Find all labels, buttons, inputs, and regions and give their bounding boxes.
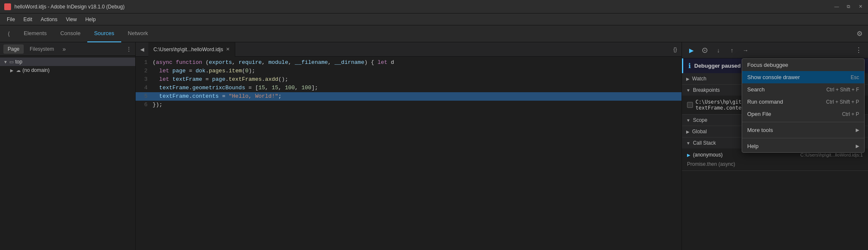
menu-edit[interactable]: Edit [20,15,36,24]
show-console-label: Show console drawer [747,74,800,80]
close-button[interactable]: ✕ [857,4,864,9]
code-file-tab[interactable]: C:\Users\hp\git...helloWord.idjs ✕ [148,42,235,57]
global-section-title: Global [692,129,707,135]
breakpoint-checkbox[interactable] [687,102,693,108]
callstack-async-label: Promise.then (async) [687,161,735,167]
menu-separator-2 [742,138,864,138]
debugger-toolbar: ▶ ↓ ↑ → ⋮ [682,42,868,58]
code-line-5: 5 textFrame.contents = "Hello, World!"; [136,92,682,101]
code-line-2: 2 let page = dok.pages.item(0); [136,67,682,75]
window-title: helloWord.idjs - Adobe InDesign v18.1.0 … [14,4,830,10]
callstack-active-icon: ▶ [687,153,690,157]
scope-section-title: Scope [693,117,707,123]
maximize-button[interactable]: ⧉ [845,4,852,9]
tab-elements[interactable]: Elements [17,25,53,42]
sources-left-panel: Page Filesystem » ⋮ ▼ ▭ top ▶ ☁ (no doma… [0,42,136,250]
menu-view[interactable]: View [62,15,80,24]
menu-help[interactable]: Help [82,15,99,24]
menu-item-search[interactable]: Search Ctrl + Shift + F [742,83,864,96]
sources-tab-actions-icon[interactable]: ⋮ [126,46,132,52]
code-editor[interactable]: 1 (async function (exports, require, mod… [136,57,682,250]
devtools-back-icon[interactable]: ⟨ [0,25,17,42]
tree-arrow-nodomain: ▶ [10,68,14,73]
context-dropdown-menu: Focus debuggee Show console drawer Esc S… [742,58,865,153]
breakpoints-section-title: Breakpoints [693,87,720,93]
menu-bar: File Edit Actions View Help [0,14,868,25]
tab-network[interactable]: Network [121,25,155,42]
menu-item-run-command[interactable]: Run command Ctrl + Shift + P [742,96,864,108]
menu-item-focus-debuggee[interactable]: Focus debuggee [742,59,864,71]
cloud-icon-nodomain: ☁ [16,68,21,73]
step-button[interactable]: → [740,44,751,56]
code-tabs: ◀ C:\Users\hp\git...helloWord.idjs ✕ {} [136,42,682,57]
watch-section-title: Watch [692,76,707,82]
format-icon[interactable]: {} [669,42,682,57]
minimize-button[interactable]: — [833,4,840,9]
menu-separator-1 [742,122,864,122]
search-label: Search [747,86,765,93]
close-tab-icon[interactable]: ✕ [226,47,230,52]
help-submenu-icon: ▶ [856,143,859,149]
main-content: Page Filesystem » ⋮ ▼ ▭ top ▶ ☁ (no doma… [0,42,868,250]
sources-subtabs: Page Filesystem » ⋮ [0,42,135,56]
tree-arrow-top: ▼ [3,60,8,64]
code-file-path: C:\Users\hp\git...helloWord.idjs [153,47,223,52]
step-out-button[interactable]: ↑ [726,44,738,56]
open-file-shortcut: Ctrl + P [842,111,859,117]
code-line-3: 3 let textFrame = page.textFrames.axdd()… [136,75,682,84]
more-tools-label: More tools [747,127,773,133]
code-line-1: 1 (async function (exports, require, mod… [136,58,682,67]
menu-item-show-console[interactable]: Show console drawer Esc [742,71,864,83]
callstack-section-title: Call Stack [693,140,716,146]
run-command-shortcut: Ctrl + Shift + P [826,99,859,105]
tree-item-top[interactable]: ▼ ▭ top [0,58,135,66]
sources-tab-page[interactable]: Page [3,44,24,54]
callstack-fn-name: (anonymous) [693,152,723,158]
title-bar: helloWord.idjs - Adobe InDesign v18.1.0 … [0,0,868,14]
app-icon [4,3,11,10]
code-tab-back-icon[interactable]: ◀ [136,42,148,57]
settings-icon[interactable]: ⚙ [851,25,868,42]
watch-arrow-icon: ▶ [686,77,690,81]
paused-message: Debugger paused [694,63,741,69]
tree-item-no-domain[interactable]: ▶ ☁ (no domain) [0,66,135,74]
step-into-button[interactable]: ↓ [712,44,724,56]
debugger-menu-button[interactable]: ⋮ [853,44,865,56]
callstack-file-ref: C:\Users\hp\git...lloWord.idjs:1 [800,152,863,157]
resume-button[interactable]: ▶ [685,44,697,56]
menu-actions[interactable]: Actions [37,15,61,24]
focus-debuggee-label: Focus debuggee [747,62,788,68]
scope-arrow-icon: ▼ [686,118,690,123]
callstack-arrow-icon: ▼ [686,141,690,146]
open-file-label: Open File [747,111,771,117]
help-label: Help [747,143,759,149]
search-shortcut: Ctrl + Shift + F [826,87,859,93]
show-console-shortcut: Esc [851,74,859,80]
callstack-item-async: Promise.then (async) [682,159,868,169]
more-tools-submenu-icon: ▶ [856,127,859,133]
run-command-label: Run command [747,99,783,105]
code-line-6: 6 }); [136,101,682,109]
tree-label-nodomain: (no domain) [22,67,50,73]
info-icon: ℹ [688,62,691,70]
menu-file[interactable]: File [3,15,18,24]
devtools-tabbar: ⟨ Elements Console Sources Network ⚙ [0,25,868,42]
folder-icon-top: ▭ [9,59,14,65]
tree-label-top: top [15,59,22,65]
breakpoints-arrow-icon: ▼ [686,88,690,93]
menu-item-help[interactable]: Help ▶ [742,140,864,152]
code-editor-panel: ◀ C:\Users\hp\git...helloWord.idjs ✕ {} … [136,42,682,250]
menu-item-open-file[interactable]: Open File Ctrl + P [742,108,864,120]
window-controls: — ⧉ ✕ [833,4,864,9]
global-arrow-icon: ▶ [686,129,690,134]
file-tree: ▼ ▭ top ▶ ☁ (no domain) [0,56,135,250]
tab-console[interactable]: Console [53,25,87,42]
sources-tab-filesystem[interactable]: Filesystem [25,44,58,54]
tab-sources[interactable]: Sources [87,25,121,42]
menu-item-more-tools[interactable]: More tools ▶ [742,124,864,136]
step-over-button[interactable] [699,44,711,56]
code-line-4: 4 textFrame.geometrixcBounds = [15, 15, … [136,84,682,92]
sources-tab-more-icon[interactable]: » [60,45,68,53]
debugger-right-panel: ▶ ↓ ↑ → ⋮ ℹ Debugger paused ▶ Watch ▼ [682,42,868,250]
